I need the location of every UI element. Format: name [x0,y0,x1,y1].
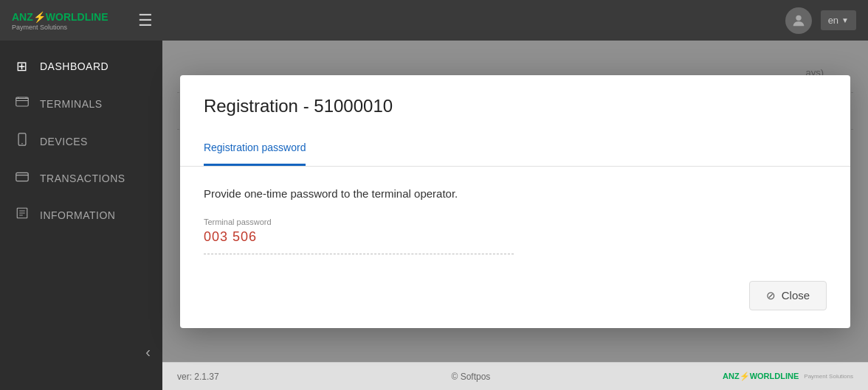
devices-icon [15,133,30,150]
sidebar-item-label: Information [40,209,115,221]
logo-main: ANZ⚡WORLDLINE [12,11,108,23]
dashboard-icon: ⊞ [15,58,30,74]
sidebar-item-label: Transactions [40,173,125,184]
modal-footer: ⊘ Close [180,269,850,328]
logo: ANZ⚡WORLDLINE Payment Solutions [12,10,108,31]
terminals-icon [15,95,30,112]
modal-dialog: Registration - 51000010 Registration pas… [180,75,850,328]
close-button[interactable]: ⊘ Close [749,281,827,310]
top-header: ANZ⚡WORLDLINE Payment Solutions ☰ en ▼ [0,0,868,41]
modal-tab-bar: Registration password [180,131,850,167]
sidebar-item-devices[interactable]: Devices [0,122,162,160]
sidebar: ⊞ DASHBOARD Terminals Devices Transactio… [0,41,162,390]
terminal-password-field: Terminal password 003 506 [204,217,827,254]
sidebar-item-label: Terminals [40,98,103,110]
tab-registration-password[interactable]: Registration password [204,131,306,166]
chevron-down-icon: ▼ [841,16,849,24]
language-button[interactable]: en ▼ [821,10,856,30]
header-right: en ▼ [785,7,856,34]
modal-title: Registration - 51000010 [204,96,827,116]
hamburger-icon[interactable]: ☰ [138,11,153,30]
information-icon [15,206,30,223]
sidebar-item-transactions[interactable]: Transactions [0,160,162,196]
sidebar-item-dashboard[interactable]: ⊞ DASHBOARD [0,48,162,85]
modal-description: Provide one-time password to the termina… [204,187,827,200]
logo-sub: Payment Solutions [12,24,108,31]
terminal-password-label: Terminal password [204,217,827,226]
modal-body: Provide one-time password to the termina… [180,167,850,269]
transactions-icon [15,170,30,186]
collapse-icon[interactable]: ‹ [145,344,151,361]
modal-header: Registration - 51000010 [180,75,850,116]
sidebar-collapse: ‹ [0,344,162,361]
svg-point-2 [21,143,23,144]
sidebar-item-label: DASHBOARD [40,60,108,72]
close-icon: ⊘ [766,289,776,302]
field-divider [204,254,514,254]
svg-rect-3 [16,173,28,181]
modal-overlay: Registration - 51000010 Registration pas… [162,41,868,362]
footer-logo-main: ANZ⚡WORLDLINE [723,372,799,381]
terminal-password-value: 003 506 [204,229,827,245]
sidebar-item-label: Devices [40,136,88,147]
footer-logo-sub: Payment Solutions [804,373,853,380]
footer-logo: ANZ⚡WORLDLINE Payment Solutions [723,372,853,381]
avatar[interactable] [785,7,812,34]
close-button-label: Close [782,289,810,302]
footer-copyright: © Softpos [451,372,490,382]
footer: ver: 2.1.37 © Softpos ANZ⚡WORLDLINE Paym… [162,362,868,390]
sidebar-item-terminals[interactable]: Terminals [0,85,162,122]
svg-point-0 [796,15,801,20]
sidebar-item-information[interactable]: Information [0,196,162,234]
footer-version: ver: 2.1.37 [177,372,219,382]
